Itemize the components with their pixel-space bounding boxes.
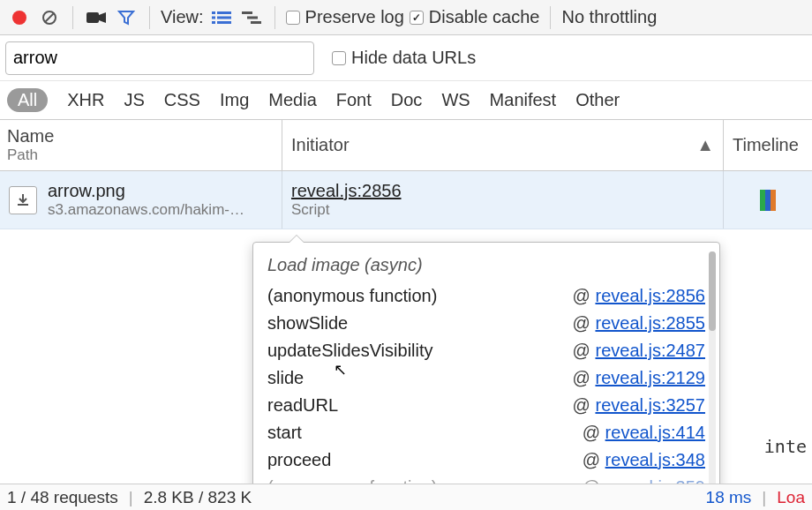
popup-scrollbar[interactable] [709, 251, 716, 501]
stack-frame-link[interactable]: reveal.js:2856 [595, 286, 705, 305]
initiator-link[interactable]: reveal.js:2856 [291, 181, 714, 201]
initiator-stack-popup: Load image (async) (anonymous function)@… [252, 242, 720, 510]
svg-marker-3 [99, 12, 106, 23]
stack-frame-link[interactable]: reveal.js:2129 [595, 368, 705, 387]
stack-frame-link[interactable]: reveal.js:2487 [595, 341, 705, 360]
stack-frame: start@ reveal.js:414 [253, 419, 719, 446]
type-filter-font[interactable]: Font [336, 90, 372, 110]
svg-rect-6 [217, 11, 231, 14]
type-filter-all[interactable]: All [7, 88, 48, 112]
stack-frame-function: (anonymous function) [267, 286, 437, 306]
svg-rect-10 [217, 21, 231, 24]
preserve-log-label: Preserve log [305, 7, 404, 27]
stack-frame-function: showSlide [267, 313, 348, 334]
stack-frame-location: @ reveal.js:3257 [573, 395, 705, 416]
view-list-icon[interactable] [209, 5, 234, 30]
stack-frame-location: @ reveal.js:2487 [573, 341, 705, 361]
stack-frame-link[interactable]: reveal.js:2855 [595, 313, 705, 333]
camera-icon[interactable] [84, 5, 109, 30]
stack-frame: showSlide@ reveal.js:2855 [253, 310, 719, 337]
svg-rect-13 [251, 21, 261, 24]
stack-frame-location: @ reveal.js:2855 [573, 313, 705, 334]
request-timeline-cell [724, 171, 812, 229]
preserve-log-checkbox[interactable]: Preserve log [286, 7, 404, 27]
filter-row: Hide data URLs [0, 35, 812, 81]
stack-frame-location: @ reveal.js:2129 [573, 368, 705, 388]
type-filter-other[interactable]: Other [575, 90, 620, 110]
stack-frame: readURL@ reveal.js:3257 [253, 392, 719, 419]
request-name: arrow.png [48, 181, 244, 201]
record-button[interactable] [7, 5, 32, 30]
stack-frame-link[interactable]: reveal.js:3257 [595, 395, 705, 415]
stack-frame-link[interactable]: reveal.js:348 [605, 450, 705, 469]
throttling-select[interactable]: No throttling [561, 7, 657, 27]
stack-frame-location: @ reveal.js:348 [583, 450, 705, 470]
status-requests: 1 / 48 requests [7, 488, 118, 507]
column-initiator-label: Initiator [291, 135, 350, 155]
type-filter-row: All XHR JS CSS Img Media Font Doc WS Man… [0, 81, 812, 120]
popup-title: Load image (async) [253, 251, 719, 282]
stack-frame: slide@ reveal.js:2129 [253, 364, 719, 392]
column-header-timeline[interactable]: Timeline [724, 120, 812, 170]
type-filter-css[interactable]: CSS [164, 90, 200, 110]
svg-line-1 [45, 13, 54, 22]
type-filter-img[interactable]: Img [220, 90, 249, 110]
filter-icon[interactable] [114, 5, 139, 30]
status-ms: 18 ms [706, 488, 752, 507]
type-filter-media[interactable]: Media [268, 90, 316, 110]
svg-marker-4 [119, 11, 133, 24]
column-name-label: Name [7, 126, 274, 146]
checkbox-icon [410, 11, 424, 25]
checkbox-icon [286, 11, 300, 25]
hide-data-urls-checkbox[interactable]: Hide data URLs [332, 48, 476, 68]
stack-frame-function: slide [267, 368, 304, 388]
sort-ascending-icon: ▲ [696, 135, 714, 155]
checkbox-icon [332, 51, 346, 65]
status-bar: 1 / 48 requests | 2.8 KB / 823 K 18 ms |… [0, 484, 812, 510]
stack-frame: updateSlidesVisibility@ reveal.js:2487 [253, 337, 719, 364]
column-header-name[interactable]: Name Path [0, 120, 282, 170]
svg-rect-7 [212, 16, 215, 19]
column-timeline-label: Timeline [733, 135, 799, 155]
svg-rect-5 [212, 11, 215, 14]
type-filter-doc[interactable]: Doc [391, 90, 423, 110]
stack-frame: (anonymous function)@ reveal.js:2856 [253, 282, 719, 310]
stack-frame-link[interactable]: reveal.js:414 [605, 423, 705, 442]
type-filter-js[interactable]: JS [124, 90, 144, 110]
column-path-label: Path [7, 146, 274, 164]
type-filter-manifest[interactable]: Manifest [490, 90, 557, 110]
network-body: arrow.png s3.amazonaws.com/hakim-… revea… [0, 171, 812, 484]
initiator-kind: Script [291, 201, 714, 219]
stack-frame-location: @ reveal.js:414 [583, 423, 705, 443]
clear-button[interactable] [37, 5, 62, 30]
network-toolbar: View: Preserve log Disable cache No thro… [0, 0, 812, 35]
type-filter-ws[interactable]: WS [441, 90, 470, 110]
status-size: 2.8 KB / 823 K [144, 488, 252, 507]
status-load: Loa [777, 488, 805, 507]
stack-frame: proceed@ reveal.js:348 [253, 446, 719, 474]
disable-cache-label: Disable cache [429, 7, 540, 27]
svg-rect-12 [247, 16, 258, 19]
column-headers: Name Path Initiator ▲ Timeline [0, 120, 812, 171]
stack-frame-function: readURL [267, 395, 338, 416]
stack-frame-function: updateSlidesVisibility [267, 341, 433, 361]
hide-data-urls-label: Hide data URLs [351, 48, 476, 68]
column-header-initiator[interactable]: Initiator ▲ [282, 120, 724, 170]
request-path: s3.amazonaws.com/hakim-… [48, 201, 244, 219]
filter-input[interactable] [5, 41, 314, 75]
stack-frame-function: proceed [267, 450, 331, 470]
background-text: inte [764, 436, 807, 457]
svg-rect-2 [86, 12, 99, 23]
request-initiator-cell: reveal.js:2856 Script [282, 171, 724, 229]
svg-rect-9 [212, 21, 215, 24]
request-name-cell: arrow.png s3.amazonaws.com/hakim-… [0, 171, 282, 229]
view-waterfall-icon[interactable] [239, 5, 264, 30]
stack-frame-function: start [267, 423, 302, 443]
type-filter-xhr[interactable]: XHR [67, 90, 104, 110]
timeline-bar [760, 190, 776, 211]
disable-cache-checkbox[interactable]: Disable cache [410, 7, 540, 27]
svg-rect-11 [242, 11, 252, 14]
request-row[interactable]: arrow.png s3.amazonaws.com/hakim-… revea… [0, 171, 812, 229]
download-arrow-icon [9, 186, 37, 214]
stack-frame-location: @ reveal.js:2856 [573, 286, 705, 306]
